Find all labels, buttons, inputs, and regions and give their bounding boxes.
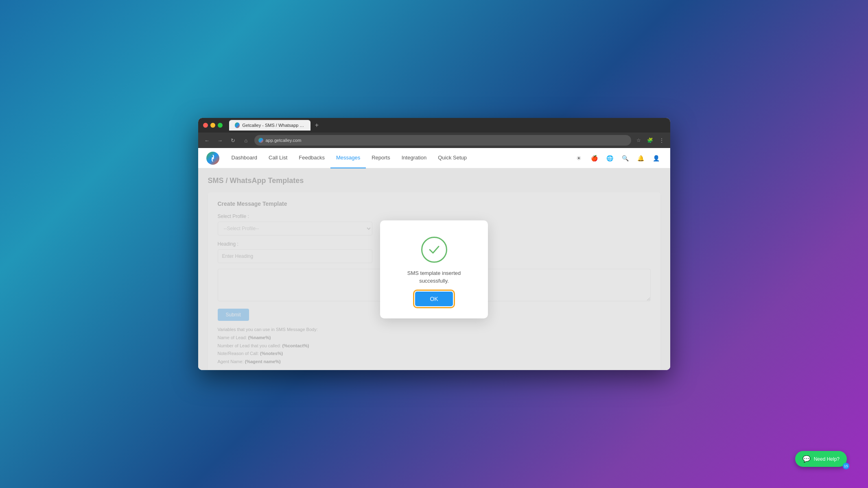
browser-window: Getcalley - SMS / Whatsapp Temp + ← → ↻ … [198,118,670,370]
page-content: SMS / WhatsApp Templates Create Message … [198,168,670,370]
nav-calllist[interactable]: Call List [263,148,293,168]
traffic-lights [203,123,223,128]
svg-point-0 [212,157,214,159]
notification-badge: 15 [843,463,849,469]
need-help-button[interactable]: 💬 Need Help? [795,451,847,467]
globe-icon[interactable]: 🌐 [604,152,616,164]
extension-icon[interactable]: 🧩 [646,136,655,145]
app-content: Dashboard Call List Feedbacks Messages R… [198,148,670,370]
user-icon[interactable]: 👤 [651,152,662,164]
tab-title: Getcalley - SMS / Whatsapp Temp [242,123,304,128]
apple-icon[interactable]: 🍎 [589,152,600,164]
menu-icon[interactable]: ⋮ [657,136,666,145]
nav-integration[interactable]: Integration [396,148,432,168]
browser-nav-icons: ☆ 🧩 ⋮ [634,136,666,145]
theme-icon[interactable]: ☀ [573,152,585,164]
modal-overlay: SMS template inserted successfully. OK [198,168,670,370]
nav-quicksetup[interactable]: Quick Setup [432,148,472,168]
nav-feedbacks[interactable]: Feedbacks [293,148,330,168]
back-button[interactable]: ← [202,135,212,145]
new-tab-button[interactable]: + [312,120,322,130]
modal-ok-button[interactable]: OK [415,292,453,306]
need-help-label: Need Help? [814,456,840,462]
minimize-button[interactable] [210,123,215,128]
maximize-button[interactable] [218,123,223,128]
notifications-icon[interactable]: 🔔 [635,152,647,164]
app-logo [206,152,219,165]
checkmark-svg [428,243,441,256]
address-text: app.getcalley.com [266,138,302,143]
tab-favicon [235,122,240,128]
browser-navbar: ← → ↻ ⌂ app.getcalley.com ☆ 🧩 ⋮ [198,133,670,148]
nav-dashboard[interactable]: Dashboard [226,148,263,168]
success-modal: SMS template inserted successfully. OK [380,220,488,318]
browser-tabs: Getcalley - SMS / Whatsapp Temp + [229,120,665,131]
search-icon[interactable]: 🔍 [620,152,631,164]
app-navbar: Dashboard Call List Feedbacks Messages R… [198,148,670,168]
active-tab[interactable]: Getcalley - SMS / Whatsapp Temp [229,120,310,131]
whatsapp-icon: 💬 [802,455,811,463]
nav-items: Dashboard Call List Feedbacks Messages R… [226,148,573,168]
nav-right-icons: ☀ 🍎 🌐 🔍 🔔 👤 [573,152,662,164]
close-button[interactable] [203,123,208,128]
success-icon [421,237,447,263]
modal-message: SMS template inserted successfully. [392,269,476,285]
nav-messages[interactable]: Messages [330,148,366,168]
reload-button[interactable]: ↻ [228,135,238,145]
home-button[interactable]: ⌂ [241,135,251,145]
browser-titlebar: Getcalley - SMS / Whatsapp Temp + [198,118,670,133]
address-bar[interactable]: app.getcalley.com [254,135,631,146]
site-favicon [258,138,263,143]
logo-circle [206,152,219,165]
forward-button[interactable]: → [215,135,225,145]
nav-reports[interactable]: Reports [366,148,396,168]
bookmark-icon[interactable]: ☆ [634,136,643,145]
